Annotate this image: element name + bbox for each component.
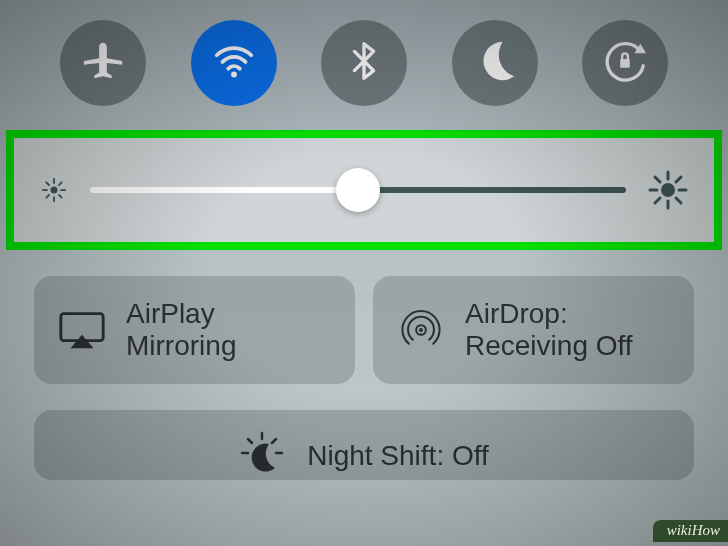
svg-point-11 [661,183,675,197]
slider-thumb[interactable] [336,168,380,212]
svg-line-17 [676,198,681,203]
airdrop-button[interactable]: AirDrop: Receiving Off [373,276,694,384]
airplay-icon [56,309,108,351]
night-shift-button[interactable]: Night Shift: Off [34,410,694,480]
night-shift-icon [239,430,285,481]
svg-line-26 [248,439,252,443]
airplay-label: AirPlay Mirroring [126,298,236,362]
svg-line-10 [59,182,62,185]
svg-point-2 [51,187,58,194]
svg-line-8 [59,195,62,198]
brightness-panel [6,130,722,250]
svg-line-19 [676,177,681,182]
airdrop-icon [395,309,447,351]
slider-track-empty [358,187,626,193]
brightness-high-icon [648,170,688,210]
do-not-disturb-toggle[interactable] [452,20,538,106]
rotation-lock-toggle[interactable] [582,20,668,106]
airplay-label-line2: Mirroring [126,330,236,362]
night-shift-label: Night Shift: Off [307,440,489,472]
svg-line-9 [46,195,49,198]
airplane-mode-toggle[interactable] [60,20,146,106]
svg-line-18 [655,198,660,203]
brightness-slider[interactable] [90,172,626,208]
airplay-mirroring-button[interactable]: AirPlay Mirroring [34,276,355,384]
svg-line-27 [272,439,276,443]
moon-icon [472,38,518,88]
bluetooth-toggle[interactable] [321,20,407,106]
airplane-icon [80,38,126,88]
brightness-low-icon [40,176,68,204]
rotation-lock-icon [602,38,648,88]
media-actions-row: AirPlay Mirroring AirDrop: Receiving Off [0,250,728,384]
wifi-toggle[interactable] [191,20,277,106]
night-shift-row: Night Shift: Off [0,384,728,480]
svg-point-0 [231,72,237,78]
svg-line-7 [46,182,49,185]
wifi-icon [211,38,257,88]
airdrop-label-line1: AirDrop: [465,298,633,330]
wikihow-watermark: wikiHow [653,520,728,542]
airdrop-label: AirDrop: Receiving Off [465,298,633,362]
connectivity-toggle-row [0,0,728,130]
svg-line-16 [655,177,660,182]
airdrop-label-line2: Receiving Off [465,330,633,362]
bluetooth-icon [341,38,387,88]
svg-rect-1 [620,59,630,68]
brightness-section [6,130,722,250]
svg-point-22 [419,328,423,332]
slider-track-filled [90,187,358,193]
airplay-label-line1: AirPlay [126,298,236,330]
